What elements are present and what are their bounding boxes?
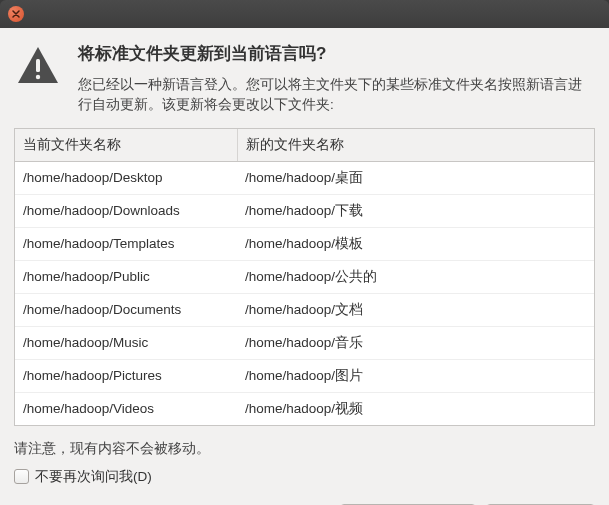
cell-current-path: /home/hadoop/Music [15,326,237,359]
cell-current-path: /home/hadoop/Public [15,260,237,293]
dont-ask-label[interactable]: 不要再次询问我(D) [35,468,152,486]
table-row[interactable]: /home/hadoop/Downloads/home/hadoop/下载 [15,194,594,227]
dialog-title: 将标准文件夹更新到当前语言吗? [78,42,595,65]
dialog-body: 将标准文件夹更新到当前语言吗? 您已经以一种新语言登入。您可以将主文件夹下的某些… [0,28,609,505]
dialog-header: 将标准文件夹更新到当前语言吗? 您已经以一种新语言登入。您可以将主文件夹下的某些… [14,42,595,116]
table-row[interactable]: /home/hadoop/Templates/home/hadoop/模板 [15,227,594,260]
table-row[interactable]: /home/hadoop/Videos/home/hadoop/视频 [15,392,594,425]
column-header-current[interactable]: 当前文件夹名称 [15,129,237,162]
cell-current-path: /home/hadoop/Pictures [15,359,237,392]
svg-point-1 [36,75,40,79]
dialog-subtitle: 您已经以一种新语言登入。您可以将主文件夹下的某些标准文件夹名按照新语言进行自动更… [78,75,595,116]
cell-new-path: /home/hadoop/模板 [237,227,594,260]
dont-ask-checkbox[interactable] [14,469,29,484]
warning-icon [14,42,62,116]
close-button[interactable] [8,6,24,22]
note-text: 请注意，现有内容不会被移动。 [14,440,595,458]
cell-new-path: /home/hadoop/公共的 [237,260,594,293]
table-header-row: 当前文件夹名称 新的文件夹名称 [15,129,594,162]
header-text: 将标准文件夹更新到当前语言吗? 您已经以一种新语言登入。您可以将主文件夹下的某些… [78,42,595,116]
cell-current-path: /home/hadoop/Templates [15,227,237,260]
cell-current-path: /home/hadoop/Documents [15,293,237,326]
table-row[interactable]: /home/hadoop/Documents/home/hadoop/文档 [15,293,594,326]
cell-new-path: /home/hadoop/下载 [237,194,594,227]
column-header-new[interactable]: 新的文件夹名称 [237,129,594,162]
cell-new-path: /home/hadoop/音乐 [237,326,594,359]
svg-rect-0 [36,59,40,72]
close-icon [12,10,20,18]
cell-current-path: /home/hadoop/Videos [15,392,237,425]
table-row[interactable]: /home/hadoop/Public/home/hadoop/公共的 [15,260,594,293]
cell-new-path: /home/hadoop/文档 [237,293,594,326]
titlebar [0,0,609,28]
cell-new-path: /home/hadoop/图片 [237,359,594,392]
cell-new-path: /home/hadoop/桌面 [237,161,594,194]
cell-current-path: /home/hadoop/Downloads [15,194,237,227]
cell-new-path: /home/hadoop/视频 [237,392,594,425]
dont-ask-row: 不要再次询问我(D) [14,468,595,486]
folder-table: 当前文件夹名称 新的文件夹名称 /home/hadoop/Desktop/hom… [14,128,595,426]
table-row[interactable]: /home/hadoop/Music/home/hadoop/音乐 [15,326,594,359]
table-row[interactable]: /home/hadoop/Pictures/home/hadoop/图片 [15,359,594,392]
cell-current-path: /home/hadoop/Desktop [15,161,237,194]
table-row[interactable]: /home/hadoop/Desktop/home/hadoop/桌面 [15,161,594,194]
